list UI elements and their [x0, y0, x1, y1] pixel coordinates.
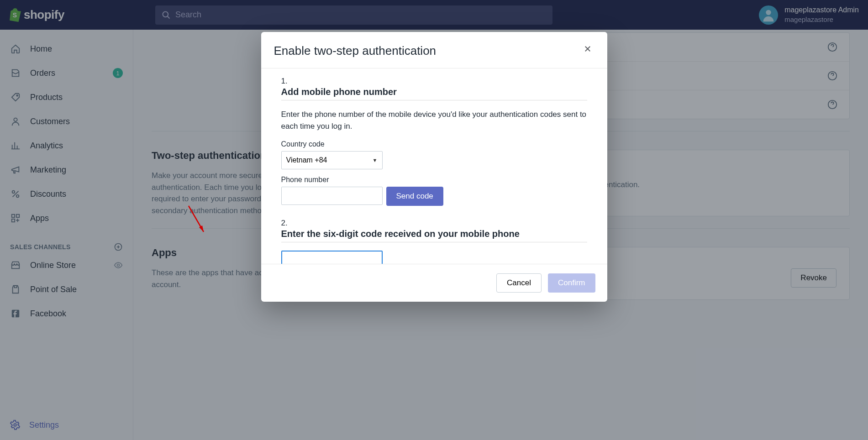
- country-code-label: Country code: [281, 140, 587, 148]
- close-icon: [584, 45, 592, 53]
- close-button[interactable]: [581, 44, 594, 54]
- step1-title: Add mobile phone number: [281, 87, 587, 100]
- modal-body: 1. Add mobile phone number Enter the pho…: [261, 68, 607, 264]
- two-step-modal: Enable two-step authentication 1. Add mo…: [261, 32, 607, 302]
- modal-footer: Cancel Confirm: [261, 264, 607, 302]
- country-code-value: Vietnam +84: [286, 156, 327, 164]
- phone-number-label: Phone number: [281, 176, 587, 184]
- phone-number-input[interactable]: [281, 187, 383, 205]
- modal-header: Enable two-step authentication: [261, 32, 607, 68]
- chevron-down-icon: ▼: [373, 157, 378, 163]
- step2-title: Enter the six-digit code received on you…: [281, 229, 587, 242]
- confirm-button[interactable]: Confirm: [548, 273, 595, 293]
- send-code-button[interactable]: Send code: [386, 187, 443, 206]
- phone-row: Send code: [281, 187, 587, 206]
- verification-code-input[interactable]: [281, 251, 383, 264]
- step1-number: 1.: [281, 77, 587, 86]
- modal-title: Enable two-step authentication: [274, 44, 437, 58]
- cancel-button[interactable]: Cancel: [496, 273, 542, 293]
- step1-description: Enter the phone number of the mobile dev…: [281, 109, 587, 132]
- country-code-select[interactable]: Vietnam +84 ▼: [281, 151, 383, 169]
- step2-number: 2.: [281, 219, 587, 228]
